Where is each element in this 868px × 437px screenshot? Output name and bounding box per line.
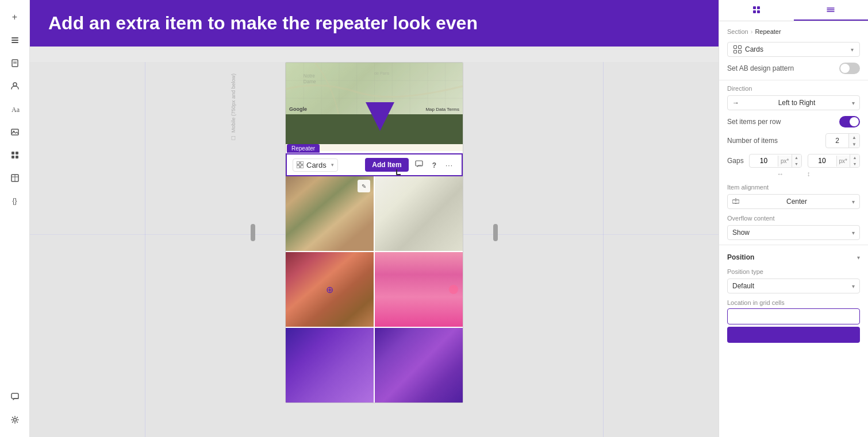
cards-dropdown[interactable]: Cards ▾	[293, 158, 338, 172]
number-decrement[interactable]: ▼	[849, 141, 859, 148]
edit-icon-1[interactable]: ✎	[358, 180, 370, 192]
item-alignment-select[interactable]: Center ▾	[727, 194, 860, 209]
photo-cell-2[interactable]	[375, 176, 463, 251]
items-per-row-row: Set items per row	[727, 116, 860, 127]
left-resize-handle[interactable]	[251, 224, 255, 241]
help-icon-button[interactable]: ?	[429, 158, 439, 171]
svg-point-6	[13, 83, 17, 86]
position-collapse[interactable]: Position ▾	[727, 250, 860, 265]
number-of-items-label: Number of items	[727, 137, 822, 145]
number-of-items-field[interactable]: 2 ▲ ▼	[825, 133, 860, 148]
svg-point-18	[13, 419, 16, 421]
right-resize-handle[interactable]	[493, 224, 498, 241]
svg-rect-30	[757, 6, 760, 9]
svg-rect-26	[301, 165, 304, 168]
layout-cards-label: Cards	[745, 45, 763, 53]
ab-pattern-toggle[interactable]	[839, 63, 860, 74]
gap-icons-row: ↔ ↕	[727, 170, 860, 178]
position-type-select[interactable]: Default ▾	[727, 279, 860, 293]
chat-icon[interactable]	[5, 386, 25, 407]
position-collapse-arrow: ▾	[857, 254, 860, 261]
panel-tabs	[719, 0, 868, 21]
svg-rect-12	[11, 156, 14, 158]
chevron-down-icon: ▾	[331, 162, 334, 168]
banner-text: Add an extra item to make the repeater l…	[48, 13, 478, 33]
gap-horizontal-field[interactable]: 10 px* ▲ ▼	[749, 154, 802, 168]
canvas-area: Add an extra item to make the repeater l…	[30, 0, 719, 437]
svg-rect-35	[734, 51, 737, 53]
direction-chevron-icon: ▾	[852, 100, 855, 106]
photo-cell-5[interactable]	[286, 328, 374, 403]
gap-v-unit: px*	[836, 156, 850, 167]
gaps-label: Gaps	[727, 157, 746, 165]
add-icon[interactable]: +	[5, 7, 25, 28]
breadcrumb-separator: ›	[751, 28, 753, 35]
gap-v-decrement[interactable]: ▼	[850, 161, 859, 167]
photo-cell-1[interactable]: ✎	[286, 176, 374, 251]
gap-vertical-field[interactable]: 10 px* ▲ ▼	[808, 154, 861, 168]
direction-label: Direction	[727, 85, 860, 92]
ab-pattern-row: Set AB design pattern	[727, 63, 860, 74]
location-label: Location in grid cells	[727, 299, 860, 306]
gear-icon[interactable]	[5, 409, 25, 430]
gap-h-decrement[interactable]: ▼	[792, 161, 801, 167]
svg-rect-34	[739, 46, 742, 49]
svg-rect-17	[11, 393, 18, 399]
tutorial-banner: Add an extra item to make the repeater l…	[30, 0, 719, 47]
overflow-select[interactable]: Show ▾	[727, 225, 860, 240]
svg-rect-11	[16, 152, 18, 154]
item-alignment-value: Center	[786, 198, 807, 206]
photo-cell-4[interactable]	[375, 252, 463, 327]
left-sidebar: + Aa {}	[0, 0, 30, 437]
location-input-filled[interactable]	[727, 327, 860, 343]
direction-value: Left to Right	[778, 99, 816, 107]
breadcrumb-parent: Section	[727, 28, 748, 35]
svg-rect-36	[739, 51, 742, 53]
svg-text:Dame: Dame	[304, 79, 316, 84]
gap-vertical-icon: ↕	[807, 170, 811, 178]
direction-select[interactable]: → Left to Right ▾	[727, 95, 860, 110]
pages-icon[interactable]	[5, 53, 25, 74]
svg-rect-10	[11, 152, 14, 154]
photo-grid: ✎ ⊕	[286, 176, 463, 403]
svg-rect-0	[11, 37, 18, 38]
svg-text:Aa: Aa	[11, 106, 20, 114]
photo-cell-3[interactable]: ⊕	[286, 252, 374, 327]
position-type-chevron-icon: ▾	[852, 283, 855, 289]
typography-icon[interactable]: Aa	[5, 99, 25, 119]
tab-layout[interactable]	[794, 0, 869, 21]
svg-rect-33	[734, 46, 737, 49]
repeater-toolbar: Repeater Cards ▾ Add Item	[286, 153, 463, 176]
more-icon-button[interactable]: ···	[443, 158, 456, 171]
layout-select-button[interactable]: Cards ▾	[727, 42, 860, 57]
layout-chevron-icon: ▾	[851, 47, 854, 53]
components-icon[interactable]	[5, 145, 25, 165]
svg-rect-1	[11, 40, 18, 41]
code-icon[interactable]: {}	[5, 191, 25, 211]
position-type-label: Position type	[727, 268, 860, 275]
table-icon[interactable]	[5, 168, 25, 188]
layers-icon[interactable]	[5, 30, 25, 51]
breadcrumb-current: Repeater	[755, 28, 781, 35]
svg-rect-13	[16, 156, 18, 158]
direction-arrow-icon: →	[732, 99, 739, 107]
comment-icon-button[interactable]	[412, 158, 426, 172]
gap-h-increment[interactable]: ▲	[792, 154, 801, 161]
people-icon[interactable]	[5, 76, 25, 96]
items-per-row-label: Set items per row	[727, 118, 781, 126]
repeater-tag: Repeater	[287, 144, 320, 153]
tab-design[interactable]	[719, 0, 794, 21]
add-item-button[interactable]: Add Item	[365, 158, 408, 172]
location-input-empty[interactable]	[727, 308, 860, 324]
photo-cell-6[interactable]	[375, 328, 463, 403]
mobile-label: Mobile (750px and below)	[231, 74, 236, 133]
svg-rect-25	[297, 165, 299, 168]
number-increment[interactable]: ▲	[849, 134, 859, 141]
arrow-pointer	[363, 94, 397, 142]
items-per-row-toggle[interactable]	[839, 116, 860, 127]
panel-content: Section › Repeater Cards ▾ Set AB design…	[719, 21, 868, 352]
svg-rect-24	[301, 161, 304, 164]
svg-text:Notre: Notre	[304, 74, 315, 79]
image-icon[interactable]	[5, 122, 25, 142]
gap-v-increment[interactable]: ▲	[850, 154, 859, 161]
